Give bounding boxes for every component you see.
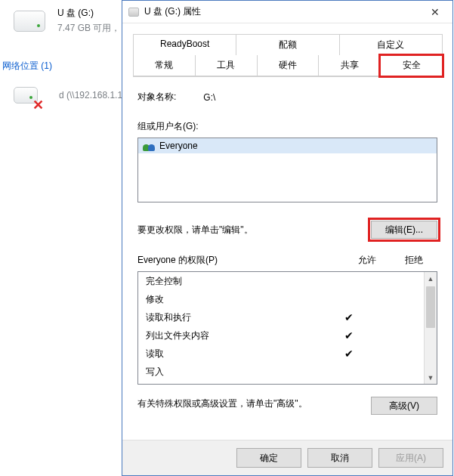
permission-row: 修改 — [138, 290, 424, 308]
explorer-drive-row[interactable]: U 盘 (G:) 7.47 GB 可用， — [14, 7, 120, 35]
advanced-button[interactable]: 高级(V) — [371, 397, 437, 415]
tab-hardware[interactable]: 硬件 — [257, 55, 320, 76]
scroll-up-icon[interactable]: ▲ — [425, 272, 437, 285]
dialog-footer: 确定 取消 应用(A) — [122, 440, 452, 475]
tab-strip: ReadyBoost 配额 自定义 常规 工具 硬件 共享 安全 — [133, 34, 442, 77]
object-name-label: 对象名称: — [137, 91, 176, 104]
group-item-everyone[interactable]: Everyone — [138, 138, 437, 153]
properties-dialog: U 盘 (G:) 属性 ✕ ReadyBoost 配额 自定义 常规 工具 硬件… — [122, 0, 453, 476]
check-icon: ✔ — [344, 348, 354, 360]
scrollbar[interactable]: ▲ ▼ — [424, 272, 437, 384]
drive-icon — [14, 11, 45, 32]
permission-row: 读取和执行✔ — [138, 308, 424, 326]
permission-name: 读取 — [146, 348, 326, 360]
explorer-network-drive-row[interactable]: d (\\192.168.1.1 — [14, 87, 122, 104]
drive-label: U 盘 (G:) — [57, 7, 120, 20]
scroll-thumb[interactable] — [426, 286, 435, 328]
check-icon: ✔ — [344, 329, 354, 342]
permission-allow: ✔ — [326, 312, 372, 323]
permissions-listbox: 完全控制修改读取和执行✔列出文件夹内容✔读取✔写入 ▲ ▼ — [137, 271, 437, 385]
close-button[interactable]: ✕ — [418, 1, 452, 23]
scroll-down-icon[interactable]: ▼ — [425, 371, 437, 384]
cancel-button[interactable]: 取消 — [307, 448, 372, 468]
permission-allow: ✔ — [326, 330, 372, 342]
check-icon: ✔ — [344, 311, 354, 323]
permission-row: 完全控制 — [138, 272, 424, 290]
permission-name: 列出文件夹内容 — [146, 329, 326, 342]
permission-name: 读取和执行 — [146, 311, 326, 324]
ok-button[interactable]: 确定 — [236, 448, 301, 468]
permission-name: 写入 — [146, 366, 326, 379]
tab-sharing[interactable]: 共享 — [318, 55, 381, 76]
permissions-label: Everyone 的权限(P) — [137, 254, 344, 267]
disconnected-x-icon: ✕ — [32, 97, 44, 113]
advanced-hint: 有关特殊权限或高级设置，请单击"高级"。 — [137, 397, 363, 411]
tab-tools[interactable]: 工具 — [195, 55, 258, 76]
edit-hint: 要更改权限，请单击"编辑"。 — [137, 224, 253, 236]
groups-label: 组或用户名(G): — [137, 120, 437, 133]
edit-button[interactable]: 编辑(E)... — [371, 221, 437, 239]
dialog-title: U 盘 (G:) 属性 — [144, 5, 418, 18]
tab-quota[interactable]: 配额 — [236, 34, 339, 55]
group-item-label: Everyone — [159, 141, 198, 151]
explorer-section-network[interactable]: 网络位置 (1) — [0, 57, 121, 76]
permission-name: 完全控制 — [146, 275, 326, 288]
tab-general[interactable]: 常规 — [133, 55, 196, 76]
permission-row: 写入 — [138, 363, 424, 381]
drive-subtext: 7.47 GB 可用， — [57, 22, 120, 35]
groups-listbox[interactable]: Everyone — [137, 138, 437, 202]
column-allow: 允许 — [344, 254, 391, 267]
permission-row: 读取✔ — [138, 345, 424, 363]
drive-icon — [128, 8, 139, 17]
tab-readyboost[interactable]: ReadyBoost — [133, 34, 236, 55]
network-drive-label: d (\\192.168.1.1 — [59, 90, 122, 100]
permission-row: 列出文件夹内容✔ — [138, 326, 424, 345]
apply-button[interactable]: 应用(A) — [378, 448, 443, 468]
object-name-value: G:\ — [203, 92, 215, 103]
titlebar: U 盘 (G:) 属性 ✕ — [122, 1, 452, 23]
column-deny: 拒绝 — [391, 254, 437, 267]
permission-allow: ✔ — [326, 348, 372, 360]
permission-name: 修改 — [146, 293, 326, 306]
tab-security[interactable]: 安全 — [380, 55, 443, 76]
tab-custom[interactable]: 自定义 — [339, 34, 443, 55]
group-icon — [143, 141, 155, 151]
